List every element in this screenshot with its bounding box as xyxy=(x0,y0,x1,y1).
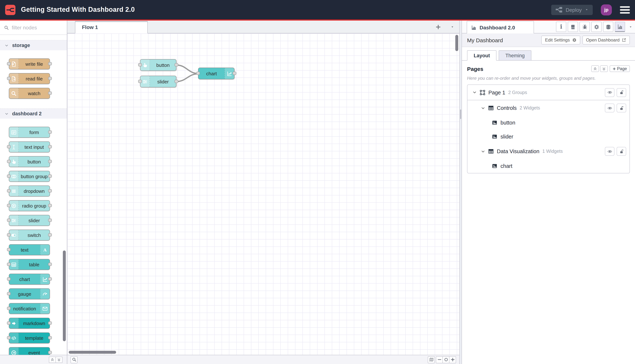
input-port[interactable] xyxy=(7,77,11,80)
output-port[interactable] xyxy=(48,218,52,222)
search-flows-button[interactable] xyxy=(71,356,78,363)
output-port[interactable] xyxy=(48,277,52,280)
output-port[interactable] xyxy=(48,145,52,148)
palette-node-read-file[interactable]: read file xyxy=(9,73,50,84)
output-port[interactable] xyxy=(48,189,52,192)
output-port[interactable] xyxy=(48,233,52,236)
palette-node-write-file[interactable]: write file xyxy=(9,58,50,70)
output-port[interactable] xyxy=(48,77,52,80)
input-port[interactable] xyxy=(7,233,11,236)
output-port[interactable] xyxy=(175,80,178,83)
palette-node-dropdown[interactable]: dropdown xyxy=(9,186,50,196)
chevron-down-icon[interactable] xyxy=(585,8,588,11)
palette-node-slider[interactable]: slider xyxy=(9,215,50,226)
sidebar-menu-caret-icon[interactable] xyxy=(629,26,632,28)
add-page-button[interactable]: Page xyxy=(610,66,630,72)
category-storage[interactable]: storage xyxy=(0,40,67,50)
input-port[interactable] xyxy=(7,218,11,222)
palette-node-watch[interactable]: watch xyxy=(9,88,50,99)
search-input[interactable] xyxy=(12,24,63,30)
visibility-button[interactable] xyxy=(605,147,614,156)
input-port[interactable] xyxy=(7,277,11,280)
output-port[interactable] xyxy=(48,204,52,207)
zoom-reset-button[interactable] xyxy=(442,356,449,363)
input-port[interactable] xyxy=(7,292,11,295)
config-tab-button[interactable] xyxy=(591,22,601,32)
add-flow-button[interactable] xyxy=(435,24,441,30)
chevron-down-icon[interactable] xyxy=(481,106,485,110)
tab-layout[interactable]: Layout xyxy=(467,50,497,60)
tab-flow-1[interactable]: Flow 1 xyxy=(75,21,148,34)
deploy-button[interactable]: Deploy xyxy=(551,4,593,15)
output-port[interactable] xyxy=(233,72,236,75)
help-tab-button[interactable] xyxy=(568,22,578,32)
input-port[interactable] xyxy=(7,307,11,310)
palette-node-button-group[interactable]: button group xyxy=(9,171,50,182)
tree-row-widget-slider[interactable]: slider xyxy=(467,130,629,144)
canvas-vertical-scrollbar[interactable] xyxy=(455,35,458,51)
collapse-all-button[interactable] xyxy=(49,356,56,363)
avatar[interactable]: jp xyxy=(601,4,612,15)
app-logo[interactable] xyxy=(5,4,16,15)
tree-row-widget-chart[interactable]: chart xyxy=(467,159,629,173)
output-port[interactable] xyxy=(48,62,52,66)
expand-all-button[interactable] xyxy=(56,356,63,363)
palette-node-notification[interactable]: notification xyxy=(9,303,50,314)
tree-row-data-visualization[interactable]: Data Visualization 1 Widgets xyxy=(467,144,629,159)
output-port[interactable] xyxy=(48,130,52,134)
tree-row-page-1[interactable]: Page 1 2 Groups xyxy=(467,85,629,100)
output-port[interactable] xyxy=(48,92,52,95)
flow-node-slider[interactable]: slider xyxy=(140,76,176,88)
palette-node-gauge[interactable]: gauge xyxy=(9,288,50,299)
flow-node-chart[interactable]: chart xyxy=(198,68,234,79)
input-port[interactable] xyxy=(7,262,11,266)
navigator-button[interactable] xyxy=(428,356,435,363)
lock-button[interactable] xyxy=(617,147,626,156)
debug-tab-button[interactable] xyxy=(579,22,590,32)
chevron-down-icon[interactable] xyxy=(481,149,485,153)
palette-search[interactable] xyxy=(0,20,67,35)
input-port[interactable] xyxy=(7,62,11,66)
splitter-grip[interactable] xyxy=(460,110,461,119)
palette-node-markdown[interactable]: markdown xyxy=(9,318,50,329)
input-port[interactable] xyxy=(7,145,11,148)
palette-node-chart[interactable]: chart xyxy=(9,274,50,285)
palette-node-button[interactable]: button xyxy=(9,156,50,167)
hamburger-menu-icon[interactable] xyxy=(620,6,630,14)
tab-theming[interactable]: Theming xyxy=(499,50,531,60)
palette-node-form[interactable]: form xyxy=(9,127,50,138)
move-up-button[interactable] xyxy=(591,66,599,72)
flow-canvas[interactable]: button slider chart xyxy=(67,34,459,355)
edit-settings-button[interactable]: Edit Settings xyxy=(541,36,580,44)
input-port[interactable] xyxy=(138,63,142,66)
lock-button[interactable] xyxy=(617,104,626,112)
open-dashboard-button[interactable]: Open Dashboard xyxy=(582,36,630,44)
dashboard-tab-button[interactable] xyxy=(615,22,625,32)
input-port[interactable] xyxy=(7,189,11,192)
tab-dashboard-2[interactable]: Dashboard 2.0 xyxy=(467,21,534,34)
visibility-button[interactable] xyxy=(605,104,614,112)
visibility-button[interactable] xyxy=(605,88,614,97)
flow-list-dropdown-icon[interactable] xyxy=(450,26,454,28)
input-port[interactable] xyxy=(7,336,11,340)
input-port[interactable] xyxy=(7,160,11,163)
tree-row-widget-button[interactable]: button xyxy=(467,116,629,130)
output-port[interactable] xyxy=(48,322,52,325)
output-port[interactable] xyxy=(48,160,52,163)
lock-button[interactable] xyxy=(617,88,626,97)
zoom-in-button[interactable] xyxy=(449,356,456,363)
input-port[interactable] xyxy=(7,204,11,207)
tree-row-controls[interactable]: Controls 2 Widgets xyxy=(467,100,629,116)
output-port[interactable] xyxy=(48,262,52,266)
chevron-down-icon[interactable] xyxy=(473,90,477,94)
input-port[interactable] xyxy=(7,174,11,178)
input-port[interactable] xyxy=(138,80,142,83)
info-tab-button[interactable]: i xyxy=(556,22,566,32)
category-dashboard2[interactable]: dashboard 2 xyxy=(0,108,67,119)
palette-scrollbar[interactable] xyxy=(63,250,66,341)
input-port[interactable] xyxy=(196,72,200,75)
output-port[interactable] xyxy=(48,351,52,354)
palette-node-text-input[interactable]: text input xyxy=(9,142,50,152)
input-port[interactable] xyxy=(7,322,11,325)
input-port[interactable] xyxy=(7,248,11,251)
